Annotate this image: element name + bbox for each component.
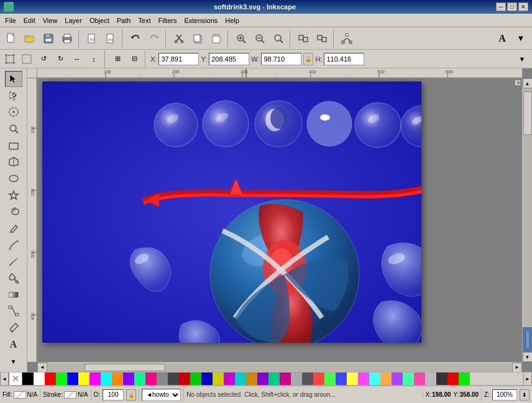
copy-button[interactable] — [189, 30, 206, 47]
color-swatch[interactable] — [89, 372, 101, 386]
color-swatch[interactable] — [45, 372, 56, 386]
color-swatch[interactable] — [22, 372, 34, 386]
x-input[interactable] — [158, 53, 199, 65]
maximize-button[interactable]: □ — [507, 2, 517, 11]
w-input[interactable] — [261, 53, 301, 65]
menu-file[interactable]: File — [1, 16, 20, 25]
rotate-cw-btn[interactable]: ↻ — [53, 52, 68, 67]
calligraphy-tool-button[interactable] — [5, 253, 22, 269]
color-swatch[interactable] — [134, 372, 145, 386]
color-swatch[interactable] — [280, 372, 291, 386]
paste-button[interactable] — [208, 30, 225, 47]
node-tool-button[interactable] — [5, 88, 22, 104]
paint-bucket-button[interactable] — [5, 270, 22, 286]
color-swatch[interactable] — [436, 372, 447, 386]
no-fill-swatch[interactable]: ✕ — [9, 372, 22, 386]
color-swatch[interactable] — [291, 372, 302, 386]
color-swatch[interactable] — [246, 372, 257, 386]
zoom-in-button[interactable] — [232, 30, 250, 47]
select-tool-button[interactable] — [5, 71, 22, 87]
color-swatch[interactable] — [369, 372, 380, 386]
color-swatch[interactable] — [380, 372, 392, 386]
toolbar2-dropdown-button[interactable]: ▼ — [515, 52, 530, 67]
print-button[interactable] — [58, 30, 76, 47]
opacity-input[interactable] — [103, 389, 124, 401]
scroll-up-button[interactable]: ▲ — [523, 78, 533, 88]
distribute-btn[interactable]: ⊟ — [127, 52, 142, 67]
color-swatch[interactable] — [67, 372, 78, 386]
stroke-swatch[interactable] — [64, 391, 76, 399]
connector-tool-button[interactable] — [5, 303, 22, 319]
text-tool-button[interactable]: A — [5, 336, 22, 353]
spiral-tool-button[interactable] — [5, 203, 22, 220]
color-swatch[interactable] — [268, 372, 280, 386]
rotate-ccw-btn[interactable]: ↺ — [36, 52, 51, 67]
color-swatch[interactable] — [179, 372, 190, 386]
color-swatch[interactable] — [190, 372, 201, 386]
color-swatch[interactable] — [34, 372, 45, 386]
color-swatch[interactable] — [145, 372, 157, 386]
zoom-out-button[interactable] — [251, 30, 268, 47]
zoom-spin-btn[interactable]: ⬍ — [520, 389, 530, 401]
color-swatch[interactable] — [302, 372, 313, 386]
scroll-left-button[interactable]: ◄ — [37, 363, 47, 373]
color-swatch[interactable] — [78, 372, 89, 386]
menu-extensions[interactable]: Extensions — [180, 16, 221, 25]
color-swatch[interactable] — [447, 372, 459, 386]
color-swatch[interactable] — [101, 372, 112, 386]
menu-edit[interactable]: Edit — [20, 16, 39, 25]
color-swatch[interactable] — [157, 372, 168, 386]
node-editor-button[interactable] — [338, 30, 355, 47]
import-button[interactable]: im — [83, 30, 101, 47]
zoom-input[interactable] — [492, 389, 517, 401]
color-swatch[interactable] — [112, 372, 123, 386]
ungroup-button[interactable] — [313, 30, 331, 47]
zoom-tool-button[interactable] — [5, 121, 22, 137]
menu-path[interactable]: Path — [113, 16, 135, 25]
transform-btn[interactable] — [2, 52, 17, 67]
select-all-btn[interactable] — [19, 52, 34, 67]
export-button[interactable]: ex — [102, 30, 119, 47]
3dbox-tool-button[interactable] — [5, 154, 22, 170]
color-swatch[interactable] — [425, 372, 436, 386]
group-button[interactable] — [295, 30, 312, 47]
ellipse-tool-button[interactable] — [5, 170, 22, 187]
color-swatch[interactable] — [168, 372, 179, 386]
tweak-tool-button[interactable] — [5, 104, 22, 120]
new-button[interactable] — [2, 30, 20, 47]
layer-select[interactable]: ◄howto — [142, 389, 181, 401]
cut-button[interactable] — [170, 30, 188, 47]
save-button[interactable] — [40, 30, 57, 47]
menu-view[interactable]: View — [39, 16, 62, 25]
opacity-btn[interactable]: 🔒 — [126, 389, 136, 401]
minimize-button[interactable]: ─ — [496, 2, 506, 11]
color-swatch[interactable] — [313, 372, 324, 386]
flip-v-btn[interactable]: ↕ — [86, 52, 101, 67]
color-swatch[interactable] — [213, 372, 224, 386]
palette-left-button[interactable]: ◄ — [0, 372, 9, 386]
color-swatch[interactable] — [403, 372, 414, 386]
toolbar-dropdown-button[interactable]: ▼ — [512, 30, 530, 47]
dropper-tool-button[interactable] — [5, 320, 22, 336]
zoom-fit-button[interactable] — [270, 30, 287, 47]
palette-right-button[interactable]: ► — [523, 372, 532, 386]
menu-text[interactable]: Text — [134, 16, 154, 25]
align-btn[interactable]: ⊞ — [110, 52, 125, 67]
gradient-tool-button[interactable] — [5, 287, 22, 303]
scroll-down-button[interactable]: ▼ — [523, 352, 533, 362]
menu-help[interactable]: Help — [221, 16, 243, 25]
star-tool-button[interactable] — [5, 187, 22, 203]
color-swatch[interactable] — [459, 372, 470, 386]
color-swatch[interactable] — [123, 372, 134, 386]
scroll-right-button[interactable]: ► — [512, 363, 522, 373]
color-swatch[interactable] — [358, 372, 369, 386]
open-button[interactable] — [21, 30, 39, 47]
color-swatch[interactable] — [56, 372, 67, 386]
menu-layer[interactable]: Layer — [61, 16, 86, 25]
fill-swatch[interactable] — [14, 391, 26, 399]
lock-aspect-button[interactable]: 🔒 — [303, 53, 313, 65]
color-swatch[interactable] — [235, 372, 246, 386]
rect-tool-button[interactable] — [5, 137, 22, 154]
color-swatch[interactable] — [347, 372, 358, 386]
pen-tool-button[interactable] — [5, 237, 22, 253]
